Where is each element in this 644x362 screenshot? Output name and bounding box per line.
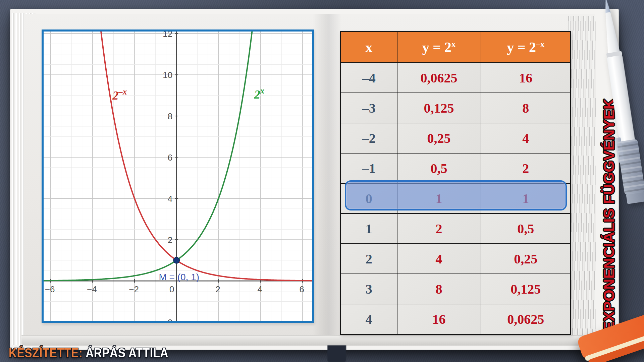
table-cell: 2 bbox=[397, 214, 481, 244]
table-cell: –1 bbox=[341, 153, 397, 183]
table-row: 011 bbox=[341, 183, 571, 214]
svg-text:2x: 2x bbox=[254, 86, 265, 101]
table-row: 4160,0625 bbox=[341, 304, 571, 335]
pen-tip bbox=[603, 0, 611, 13]
svg-text:10: 10 bbox=[163, 70, 172, 80]
table-row: –20,254 bbox=[341, 123, 571, 153]
pen-cap-end bbox=[626, 191, 644, 204]
svg-text:4: 4 bbox=[168, 194, 172, 204]
table-row: 120,5 bbox=[341, 214, 571, 244]
book-bottom-page-edge bbox=[21, 335, 596, 346]
pen-neck bbox=[602, 12, 620, 54]
values-table-header: xy = 2xy = 2–x bbox=[341, 32, 571, 63]
table-cell: 0,25 bbox=[397, 123, 481, 153]
table-cell: 0,0625 bbox=[397, 63, 481, 93]
table-cell: 1 bbox=[341, 214, 397, 244]
credit-label: KÉSZÍTETTE: bbox=[9, 346, 83, 360]
table-cell: 0,0625 bbox=[481, 304, 571, 335]
table-cell: 0,5 bbox=[397, 153, 481, 183]
svg-text:2: 2 bbox=[168, 235, 172, 245]
table-cell: 8 bbox=[397, 274, 481, 304]
header-cell: y = 2–x bbox=[481, 32, 571, 63]
table-cell: –3 bbox=[341, 93, 397, 123]
table-cell: 16 bbox=[397, 304, 481, 335]
svg-text:2: 2 bbox=[215, 284, 220, 294]
svg-text:0: 0 bbox=[169, 284, 174, 294]
table-row: 380,125 bbox=[341, 274, 571, 304]
table-cell: 1 bbox=[397, 183, 481, 214]
table-cell: –2 bbox=[341, 123, 397, 153]
table-cell: 2 bbox=[481, 153, 571, 183]
table-cell: 0,25 bbox=[481, 244, 571, 274]
table-cell: 8 bbox=[481, 93, 571, 123]
svg-text:6: 6 bbox=[168, 153, 172, 163]
svg-text:2–x: 2–x bbox=[112, 87, 127, 102]
svg-text:−4: −4 bbox=[87, 284, 97, 294]
table-cell: 0,125 bbox=[397, 93, 481, 123]
values-table-container: xy = 2xy = 2–x –40,062516–30,1258–20,254… bbox=[340, 31, 570, 335]
header-cell: x bbox=[341, 32, 397, 63]
table-cell: 4 bbox=[397, 244, 481, 274]
table-row: –30,1258 bbox=[341, 93, 571, 123]
book-spine-notch bbox=[327, 345, 346, 362]
svg-text:M = (0, 1): M = (0, 1) bbox=[159, 272, 199, 282]
table-cell: 0,5 bbox=[481, 214, 571, 244]
table-cell: 0 bbox=[341, 183, 397, 214]
table-cell: 4 bbox=[341, 304, 397, 335]
table-cell: 2 bbox=[341, 244, 397, 274]
book-right-page-edges bbox=[568, 16, 596, 344]
exponential-graph: −6−4−20246−2246810122x2–xM = (0, 1) bbox=[44, 32, 312, 321]
pen-barrel bbox=[607, 55, 635, 144]
graph-panel: −6−4−20246−2246810122x2–xM = (0, 1) bbox=[42, 29, 314, 323]
svg-text:−2: −2 bbox=[163, 317, 173, 321]
values-table: xy = 2xy = 2–x –40,062516–30,1258–20,254… bbox=[340, 31, 571, 335]
credit-name: ÁRPÁS ATTILA bbox=[86, 346, 168, 360]
table-row: –10,52 bbox=[341, 153, 571, 183]
table-cell: 0,125 bbox=[481, 274, 571, 304]
svg-text:12: 12 bbox=[163, 32, 172, 39]
table-row: –40,062516 bbox=[341, 63, 571, 93]
credit: KÉSZÍTETTE:ÁRPÁS ATTILA bbox=[9, 346, 168, 360]
svg-text:−2: −2 bbox=[129, 284, 139, 294]
svg-text:−6: −6 bbox=[45, 284, 55, 294]
table-cell: 3 bbox=[341, 274, 397, 304]
svg-text:6: 6 bbox=[300, 284, 304, 294]
table-cell: –4 bbox=[341, 63, 397, 93]
book-spine-shadow bbox=[313, 14, 341, 345]
table-row: 240,25 bbox=[341, 244, 571, 274]
svg-text:8: 8 bbox=[168, 111, 172, 121]
table-cell: 16 bbox=[481, 63, 571, 93]
pen-grip bbox=[617, 139, 644, 195]
table-cell: 1 bbox=[481, 183, 571, 214]
table-cell: 4 bbox=[481, 123, 571, 153]
svg-text:4: 4 bbox=[257, 284, 262, 294]
header-cell: y = 2x bbox=[397, 32, 481, 63]
